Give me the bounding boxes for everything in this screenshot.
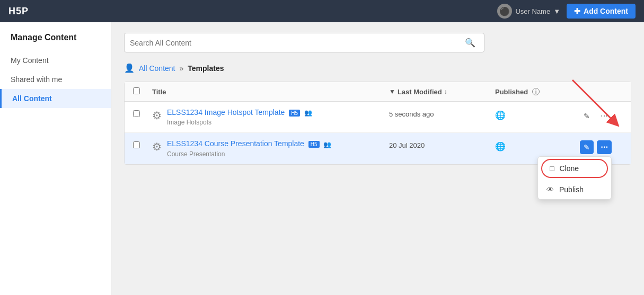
breadcrumb-icon: 👤 (124, 63, 135, 73)
sidebar-item-shared-with-me[interactable]: Shared with me (0, 70, 111, 89)
breadcrumb: 👤 All Content » Templates (124, 63, 631, 73)
row1-more-button[interactable]: ⋯ (597, 109, 612, 123)
eye-icon: 👁 (546, 185, 554, 194)
row1-edit-button[interactable]: ✎ (580, 109, 594, 123)
row1-title: ELSS1234 Image Hotspot Template H5 👥 (167, 108, 389, 117)
col-modified-header: ▼ Last Modified ↓ (389, 88, 495, 96)
row2-content-icon: ⚙ (152, 139, 162, 153)
row2-title: ELSS1234 Course Presentation Template H5… (167, 139, 389, 148)
table-row: ⚙ ELSS1234 Image Hotspot Template H5 👥 I… (125, 102, 631, 133)
row2-modified: 20 Jul 2020 (389, 139, 495, 149)
app-header: H5P ⚫ User Name ▼ ✚ Add Content (0, 0, 644, 22)
publish-label: Publish (559, 185, 584, 194)
search-button[interactable]: 🔍 (462, 37, 479, 49)
clone-menu-item[interactable]: □ Clone (541, 159, 608, 178)
sidebar-title: Manage Content (0, 33, 111, 51)
user-info[interactable]: ⚫ User Name ▼ (497, 4, 560, 19)
breadcrumb-link[interactable]: All Content (139, 64, 175, 73)
content-table: Title ▼ Last Modified ↓ Published i ⚙ (124, 82, 631, 165)
breadcrumb-separator: » (179, 64, 183, 73)
publish-menu-item[interactable]: 👁 Publish (538, 180, 611, 199)
add-content-button[interactable]: ✚ Add Content (567, 4, 636, 19)
col-published-header: Published i (495, 88, 580, 96)
sidebar-item-my-content[interactable]: My Content (0, 51, 111, 70)
row2-published: 🌐 (495, 139, 580, 151)
user-avatar: ⚫ (497, 4, 512, 19)
chevron-down-icon: ▼ (553, 7, 560, 15)
header-right: ⚫ User Name ▼ ✚ Add Content (497, 4, 636, 19)
sort-down-icon: ▼ (389, 88, 395, 95)
main-layout: Manage Content My Content Shared with me… (0, 22, 644, 295)
published-info-icon: i (532, 88, 540, 95)
row2-badge: H5 (308, 141, 320, 148)
sidebar-item-all-content[interactable]: All Content (0, 89, 111, 108)
row2-users-icon: 👥 (323, 141, 331, 148)
row2-published-icon: 🌐 (495, 141, 506, 151)
app-logo: H5P (8, 6, 29, 17)
sidebar: Manage Content My Content Shared with me… (0, 22, 111, 295)
row1-content-icon: ⚙ (152, 108, 162, 122)
row1-badge: H5 (289, 110, 300, 117)
main-content: 🔍 👤 All Content » Templates Title ▼ Last… (111, 22, 644, 295)
row2-actions: ✎ ⋯ □ Clone 👁 Publish (580, 139, 622, 154)
search-bar: 🔍 (124, 33, 484, 52)
add-content-label: Add Content (584, 7, 628, 15)
row1-modified: 5 seconds ago (389, 108, 495, 118)
row2-info: ELSS1234 Course Presentation Template H5… (167, 139, 389, 157)
row2-edit-button[interactable]: ✎ (580, 140, 594, 154)
breadcrumb-current: Templates (188, 64, 224, 73)
row2-more-button[interactable]: ⋯ (597, 140, 612, 154)
dropdown-container: ⋯ □ Clone 👁 Publish (597, 140, 612, 154)
table-header: Title ▼ Last Modified ↓ Published i (125, 82, 631, 102)
row1-subtitle: Image Hotspots (167, 119, 389, 126)
row1-users-icon: 👥 (304, 109, 312, 117)
row1-title-link[interactable]: ELSS1234 Image Hotspot Template (167, 108, 285, 117)
search-input[interactable] (130, 39, 462, 47)
select-all-checkbox[interactable] (133, 87, 140, 94)
plus-icon: ✚ (574, 7, 580, 15)
row2-title-link[interactable]: ELSS1234 Course Presentation Template (167, 139, 304, 148)
row1-published: 🌐 (495, 108, 580, 120)
row1-info: ELSS1234 Image Hotspot Template H5 👥 Ima… (167, 108, 389, 126)
row1-actions: ✎ ⋯ (580, 108, 622, 123)
row1-checkbox[interactable] (133, 110, 140, 117)
row1-published-icon: 🌐 (495, 110, 506, 120)
clone-icon: □ (550, 164, 554, 173)
row2-subtitle: Course Presentation (167, 150, 389, 158)
dropdown-menu: □ Clone 👁 Publish (537, 156, 612, 200)
col-title-header: Title (152, 88, 389, 96)
sort-arrow-icon: ↓ (444, 88, 447, 95)
row2-checkbox[interactable] (133, 141, 140, 148)
user-name: User Name (515, 7, 550, 15)
clone-label: Clone (559, 164, 579, 173)
table-row: ⚙ ELSS1234 Course Presentation Template … (125, 133, 631, 164)
